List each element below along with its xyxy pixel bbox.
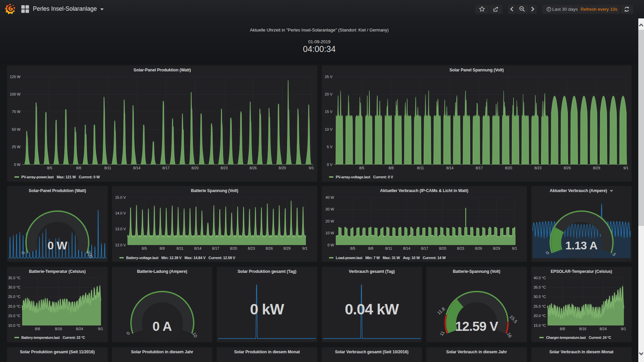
svg-text:25 V: 25 V xyxy=(325,75,332,79)
svg-text:8/8: 8/8 xyxy=(368,246,373,250)
svg-text:9/1: 9/1 xyxy=(512,246,517,250)
svg-text:8/5: 8/5 xyxy=(142,246,147,250)
svg-text:8/29: 8/29 xyxy=(283,246,290,250)
svg-text:8/20: 8/20 xyxy=(505,166,512,170)
svg-text:25 W: 25 W xyxy=(12,145,20,149)
svg-text:15.0 V: 15.0 V xyxy=(115,195,126,199)
svg-text:8/5: 8/5 xyxy=(47,166,52,170)
svg-text:15 V: 15 V xyxy=(325,110,332,114)
svg-text:9/1: 9/1 xyxy=(302,246,307,250)
svg-text:8/14: 8/14 xyxy=(446,166,453,170)
svg-text:8/29: 8/29 xyxy=(279,166,286,170)
svg-text:125 W: 125 W xyxy=(10,75,20,79)
svg-text:8/26: 8/26 xyxy=(475,246,482,250)
svg-text:8/17: 8/17 xyxy=(421,246,428,250)
svg-text:5 V: 5 V xyxy=(327,145,332,149)
svg-text:8/8: 8/8 xyxy=(35,327,40,331)
svg-text:15.0 °C: 15.0 °C xyxy=(8,314,20,318)
svg-text:35.0 °C: 35.0 °C xyxy=(8,276,20,280)
svg-text:10 W: 10 W xyxy=(325,231,334,235)
svg-text:8/20: 8/20 xyxy=(439,246,446,250)
svg-text:10 V: 10 V xyxy=(325,127,332,131)
svg-text:20 V: 20 V xyxy=(325,92,332,96)
svg-text:8/29: 8/29 xyxy=(593,166,600,170)
svg-text:50 W: 50 W xyxy=(12,127,20,131)
svg-text:12.0 V: 12.0 V xyxy=(115,243,126,247)
svg-text:25.0 °C: 25.0 °C xyxy=(8,295,20,299)
svg-text:0 W: 0 W xyxy=(327,243,334,247)
svg-text:8/11: 8/11 xyxy=(385,246,392,250)
svg-text:25.0 °C: 25.0 °C xyxy=(533,304,546,308)
svg-text:20.0 °C: 20.0 °C xyxy=(533,314,546,318)
svg-text:8/17: 8/17 xyxy=(212,246,219,250)
svg-text:10.0 °C: 10.0 °C xyxy=(8,323,20,327)
svg-text:200: 200 xyxy=(86,250,94,259)
svg-text:9/1: 9/1 xyxy=(309,166,314,170)
svg-text:8/29: 8/29 xyxy=(493,246,500,250)
svg-text:14.0 V: 14.0 V xyxy=(115,211,126,215)
svg-text:30.0 °C: 30.0 °C xyxy=(8,285,20,289)
svg-text:8/8: 8/8 xyxy=(388,166,393,170)
svg-text:8/24: 8/24 xyxy=(76,327,83,331)
svg-text:8/14: 8/14 xyxy=(403,246,410,250)
svg-text:30 W: 30 W xyxy=(325,207,334,211)
svg-text:8/26: 8/26 xyxy=(564,166,571,170)
svg-text:40.0 °C: 40.0 °C xyxy=(533,276,546,280)
svg-text:8/5: 8/5 xyxy=(350,246,355,250)
svg-text:8/26: 8/26 xyxy=(265,246,272,250)
svg-text:8/23: 8/23 xyxy=(534,166,541,170)
svg-text:8/20: 8/20 xyxy=(230,246,237,250)
svg-text:8/8: 8/8 xyxy=(76,166,81,170)
svg-text:8/23: 8/23 xyxy=(457,246,464,250)
svg-text:8/23: 8/23 xyxy=(248,246,255,250)
svg-text:8/17: 8/17 xyxy=(162,166,169,170)
svg-text:9/1: 9/1 xyxy=(623,166,628,170)
svg-text:8/16: 8/16 xyxy=(55,327,62,331)
svg-text:0 W: 0 W xyxy=(14,163,20,167)
svg-text:35.0 °C: 35.0 °C xyxy=(533,285,546,289)
svg-text:40 W: 40 W xyxy=(325,195,334,199)
svg-text:8/24: 8/24 xyxy=(599,327,606,331)
svg-text:20 W: 20 W xyxy=(325,219,334,223)
svg-text:8/11: 8/11 xyxy=(176,246,183,250)
svg-text:8/23: 8/23 xyxy=(220,166,227,170)
svg-text:8/8: 8/8 xyxy=(159,246,164,250)
svg-text:13.0 V: 13.0 V xyxy=(115,227,126,231)
svg-text:15.0 °C: 15.0 °C xyxy=(533,323,546,327)
svg-text:11.8: 11.8 xyxy=(436,306,446,316)
svg-text:75 W: 75 W xyxy=(12,110,20,114)
svg-text:8/8: 8/8 xyxy=(560,327,565,331)
svg-text:8/5: 8/5 xyxy=(359,166,364,170)
svg-text:8/16: 8/16 xyxy=(579,327,586,331)
svg-text:8/26: 8/26 xyxy=(250,166,257,170)
svg-text:8/20: 8/20 xyxy=(192,166,199,170)
svg-text:8/11: 8/11 xyxy=(417,166,424,170)
svg-text:20.0 °C: 20.0 °C xyxy=(8,304,20,308)
svg-text:100 W: 100 W xyxy=(10,92,20,96)
svg-text:8/14: 8/14 xyxy=(133,166,140,170)
svg-text:0 V: 0 V xyxy=(327,163,332,167)
svg-text:30.0 °C: 30.0 °C xyxy=(533,295,546,299)
svg-text:8/17: 8/17 xyxy=(475,166,482,170)
svg-text:9/1: 9/1 xyxy=(621,327,626,331)
svg-text:9/1: 9/1 xyxy=(98,327,103,331)
svg-text:8/14: 8/14 xyxy=(194,246,201,250)
svg-text:8/11: 8/11 xyxy=(104,166,111,170)
